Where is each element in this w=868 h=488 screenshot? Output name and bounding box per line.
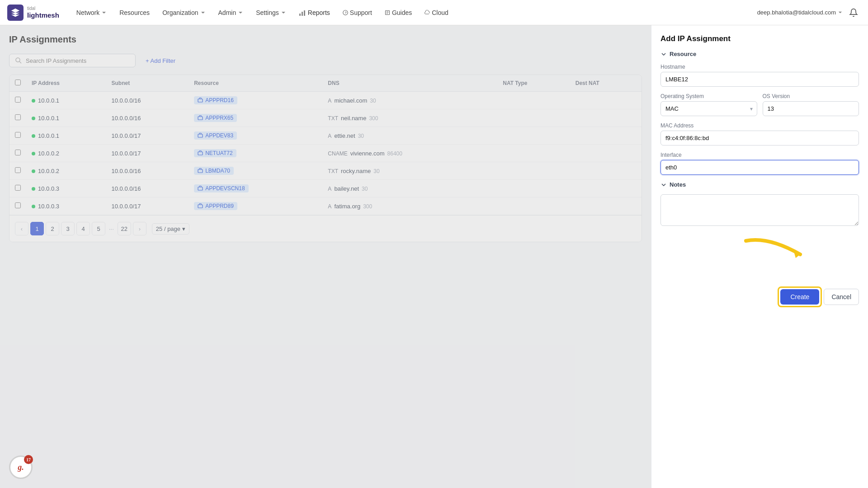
row-checkbox[interactable] — [15, 114, 21, 120]
os-select[interactable]: MAC Windows Linux — [660, 101, 757, 116]
svg-rect-7 — [198, 99, 203, 102]
nav-reports[interactable]: Reports — [292, 0, 336, 25]
resource-badge: NETUAT72 — [194, 149, 236, 157]
page-5-button[interactable]: 5 — [92, 222, 105, 235]
dns-name: vivienne.com — [350, 150, 385, 157]
dns-type: TXT — [328, 115, 338, 122]
nav-right: deep.bhalotia@tidalcloud.com — [757, 5, 861, 20]
page-22-button[interactable]: 22 — [118, 222, 131, 235]
chevron-down-icon — [838, 10, 843, 15]
page-ellipsis: ··· — [107, 225, 116, 232]
per-page-select[interactable]: 25 / page ▾ — [152, 223, 189, 235]
nav-settings[interactable]: Settings — [250, 0, 292, 25]
row-checkbox[interactable] — [15, 202, 21, 208]
chevron-down-icon — [238, 10, 243, 15]
chevron-down-icon — [281, 10, 286, 15]
hostname-field: Hostname — [660, 64, 859, 87]
dns-ttl: 30 — [362, 186, 368, 192]
arrow-annotation-svg — [732, 232, 832, 272]
nav-admin[interactable]: Admin — [212, 0, 250, 25]
arrow-annotation-area — [660, 236, 859, 272]
page-1-button[interactable]: 1 — [30, 222, 44, 235]
topbar: tidal lightmesh Network Resources Organi… — [0, 0, 868, 25]
select-all-checkbox[interactable] — [15, 80, 21, 85]
dns-ttl: 300 — [363, 203, 372, 210]
row-checkbox[interactable] — [15, 97, 21, 103]
nav-cloud[interactable]: Cloud — [418, 0, 455, 25]
resource-icon — [198, 186, 203, 191]
mac-address-field: MAC Address — [660, 122, 859, 145]
grail-badge[interactable]: g. 17 — [9, 455, 33, 479]
dns-type: TXT — [328, 168, 338, 174]
row-checkbox[interactable] — [15, 150, 21, 155]
row-checkbox[interactable] — [15, 185, 21, 191]
dns-type: CNAME — [328, 150, 347, 157]
notes-textarea[interactable] — [660, 194, 859, 226]
search-box[interactable] — [9, 54, 136, 67]
nav-guides[interactable]: Guides — [378, 0, 418, 25]
nav-network[interactable]: Network — [70, 0, 113, 25]
status-dot — [32, 187, 35, 191]
next-page-button[interactable]: › — [133, 222, 146, 235]
user-email[interactable]: deep.bhalotia@tidalcloud.com — [757, 9, 843, 16]
hostname-input[interactable] — [660, 72, 859, 87]
table-row: 10.0.0.1 10.0.0.0/16 APPPRD16 Amichael.c… — [9, 92, 642, 109]
prev-page-button[interactable]: ‹ — [15, 222, 28, 235]
os-version-input[interactable] — [763, 101, 859, 116]
main-layout: IP Assignments + Add Filter IP Address S… — [0, 25, 868, 488]
col-resource: Resource — [189, 75, 322, 92]
status-dot — [32, 134, 35, 138]
chevron-down-icon — [660, 182, 667, 188]
dns-type: A — [328, 203, 331, 210]
nav-support[interactable]: Support — [336, 0, 378, 25]
support-icon — [343, 10, 348, 15]
create-button[interactable]: Create — [780, 289, 819, 305]
resource-section-header[interactable]: Resource — [660, 51, 859, 57]
os-select-wrapper[interactable]: MAC Windows Linux — [660, 101, 757, 116]
dns-name: rocky.name — [341, 168, 371, 174]
right-panel: Add IP Assignment Resource Hostname Oper… — [651, 25, 868, 488]
nav-resources[interactable]: Resources — [113, 0, 156, 25]
dns-type: A — [328, 186, 331, 192]
logo[interactable]: tidal lightmesh — [7, 5, 59, 21]
guides-icon — [385, 10, 390, 15]
resource-badge: APPDEVSCN18 — [194, 184, 248, 192]
col-subnet: Subnet — [106, 75, 189, 92]
logo-text: tidal lightmesh — [27, 6, 59, 19]
mac-address-input[interactable] — [660, 131, 859, 145]
table-row: 10.0.0.2 10.0.0.0/17 NETUAT72 CNAMEvivie… — [9, 145, 642, 162]
row-checkbox[interactable] — [15, 167, 21, 173]
dns-ttl: 30 — [370, 98, 376, 104]
cloud-icon — [425, 10, 430, 15]
dns-ttl: 86400 — [387, 150, 402, 157]
search-input[interactable] — [26, 57, 130, 64]
cancel-button[interactable]: Cancel — [824, 289, 859, 305]
page-2-button[interactable]: 2 — [46, 222, 59, 235]
notifications-bell[interactable] — [846, 5, 861, 20]
notes-field — [660, 194, 859, 227]
panel-title: Add IP Assignment — [660, 34, 859, 43]
chart-icon — [299, 9, 306, 16]
dns-type: A — [328, 98, 331, 104]
os-version-field: OS Version — [763, 93, 859, 116]
col-ip-address: IP Address — [26, 75, 106, 92]
row-checkbox[interactable] — [15, 132, 21, 138]
add-filter-button[interactable]: + Add Filter — [141, 55, 180, 67]
dns-ttl: 30 — [373, 168, 379, 174]
resource-icon — [198, 133, 203, 138]
svg-rect-12 — [198, 187, 203, 190]
page-3-button[interactable]: 3 — [61, 222, 75, 235]
notes-section-header[interactable]: Notes — [660, 181, 859, 188]
resource-badge: APPDEV83 — [194, 131, 237, 140]
status-dot — [32, 152, 35, 155]
page-4-button[interactable]: 4 — [76, 222, 90, 235]
chevron-down-icon — [200, 10, 206, 15]
pagination: ‹ 1 2 3 4 5 ··· 22 › 25 / page ▾ — [9, 215, 642, 242]
status-dot — [32, 205, 35, 208]
dns-name: ettie.net — [334, 132, 355, 139]
interface-input[interactable] — [660, 160, 859, 175]
nav-organization[interactable]: Organization — [156, 0, 212, 25]
ip-assignments-table: IP Address Subnet Resource DNS NAT Type … — [9, 75, 642, 242]
chevron-down-icon — [660, 51, 667, 57]
svg-rect-13 — [198, 205, 203, 208]
